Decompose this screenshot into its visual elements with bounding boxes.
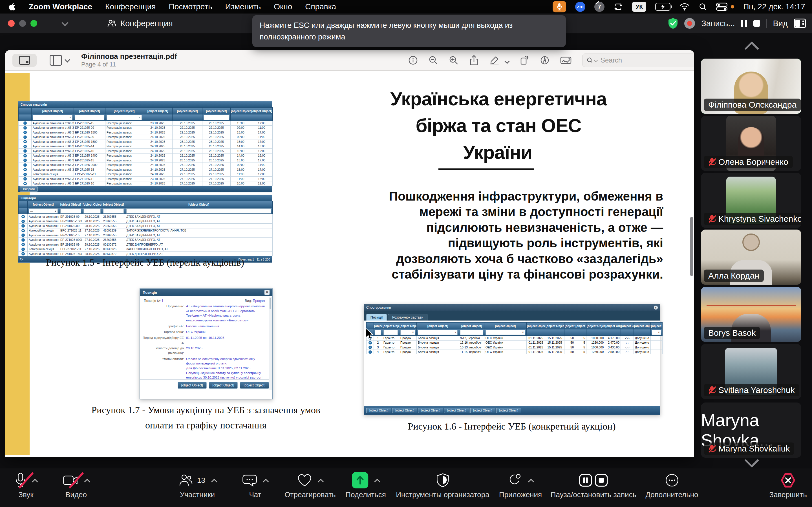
auction-row[interactable]: + Аукціони на виконання ст.66 ЗУ «ПрEP-2… (18, 158, 273, 163)
expand-row-icon[interactable]: + (368, 346, 372, 349)
dialog-scrollbar[interactable] (269, 297, 272, 390)
control-center-icon[interactable] (716, 3, 727, 11)
kind-filter-select[interactable]: —∨ (400, 330, 415, 335)
auction-row[interactable]: + Аукціони на виконання ст.66 ЗУ «ПрEP-2… (18, 149, 273, 154)
expand-row-icon[interactable]: + (23, 182, 27, 185)
participant-tile[interactable]: Алла Кордан (701, 230, 801, 285)
auction-row[interactable]: + Аукціони на виконання ст.66 ЗУ «ПрEP-2… (18, 163, 273, 167)
apple-logo-icon[interactable] (8, 3, 16, 11)
watch-footer-button[interactable]: [object Object] (366, 408, 391, 413)
auction-row[interactable]: + Аукціони на виконання ст.66 ЗУ «ПрEP-2… (18, 181, 273, 186)
menubar-app-name[interactable]: Zoom Workplace (29, 2, 92, 11)
chevron-up-icon[interactable] (211, 478, 217, 485)
expand-row-icon[interactable]: + (23, 135, 27, 139)
watch-footer-button[interactable]: [object Object] (496, 408, 521, 413)
expand-row-icon[interactable]: + (21, 229, 25, 232)
expand-row-icon[interactable]: + (23, 163, 27, 167)
share-icon[interactable] (469, 55, 479, 66)
number-filter-input[interactable] (60, 209, 81, 214)
position-row[interactable]: + 3ГарантоПродажБлочна позиція 10-13, не… (366, 345, 663, 350)
pause-stop-recording-button[interactable]: Пауза/остановить запись (551, 468, 637, 507)
expand-row-icon[interactable]: + (23, 131, 27, 134)
fullscreen-window-button[interactable] (31, 20, 37, 27)
chevron-up-icon[interactable] (528, 478, 534, 485)
wifi-icon[interactable] (679, 3, 690, 11)
initiator-row[interactable]: + Аукціони на виконання сEP-271025-15 27… (18, 233, 273, 238)
signature-icon[interactable] (560, 56, 571, 65)
expand-row-icon[interactable]: + (21, 238, 25, 242)
audio-button[interactable]: Звук (15, 468, 37, 507)
tab-meeting[interactable]: Конференция (107, 19, 173, 28)
view-layout-icon[interactable] (794, 18, 806, 28)
expand-row-icon[interactable]: + (23, 168, 27, 171)
rotate-icon[interactable] (520, 55, 529, 65)
watch-footer-button[interactable]: [object Object] (418, 408, 443, 413)
expand-row-icon[interactable]: + (368, 350, 372, 354)
chevron-up-icon[interactable] (374, 478, 380, 485)
participant-tile[interactable]: Філіппова Олександра (701, 59, 801, 114)
mic-in-use-indicator[interactable] (553, 1, 566, 12)
chevron-down-icon[interactable] (64, 57, 70, 62)
close-window-button[interactable] (8, 20, 15, 27)
auction-row[interactable]: + Аукціони на виконання ст.66 ЗУ «ПрEP-2… (18, 144, 273, 149)
expand-row-icon[interactable]: + (23, 121, 27, 125)
auction-row[interactable]: + Аукціони на виконання ст.66 ЗУ «ПрEP-2… (18, 130, 273, 135)
state-filter-select[interactable]: —∨ (107, 115, 142, 120)
expand-row-icon[interactable]: + (21, 247, 25, 251)
expand-row-icon[interactable]: + (21, 215, 25, 218)
chevron-down-icon[interactable] (504, 59, 509, 64)
date-filter-input[interactable] (204, 115, 229, 120)
number-filter-input[interactable] (375, 330, 381, 335)
initiator-row[interactable]: + Аукціони на виконання сEP-291025-09 29… (18, 214, 273, 219)
collapse-gallery-icon[interactable] (744, 41, 759, 56)
tab-collateral[interactable]: Розрахунок застави (388, 314, 427, 321)
expand-row-icon[interactable]: + (21, 224, 25, 228)
chevron-up-icon[interactable] (84, 478, 90, 485)
auction-row[interactable]: + Аукціони на виконання ст.66 ЗУ «ПрEP-2… (18, 153, 273, 158)
watch-footer-button[interactable]: [object Object] (392, 408, 417, 413)
participant-tile[interactable]: Borys Basok (701, 287, 801, 342)
pdf-search-field[interactable] (582, 54, 694, 67)
expand-row-icon[interactable]: + (23, 149, 27, 153)
watch-footer-button[interactable]: [object Object] (444, 408, 469, 413)
expand-row-icon[interactable]: + (23, 177, 27, 180)
menubar-menu[interactable]: Окно (274, 2, 292, 11)
expand-row-icon[interactable]: + (23, 159, 27, 162)
tab-positions[interactable]: Позиції (366, 314, 387, 321)
initiator-row[interactable]: + Аукціони на виконання сEP-281025-1500 … (18, 219, 273, 224)
menubar-menu[interactable]: Конференция (105, 2, 156, 11)
info-icon[interactable] (408, 55, 418, 65)
number-filter-input[interactable] (75, 115, 104, 120)
expand-row-icon[interactable]: + (23, 154, 27, 158)
zoom-out-icon[interactable] (428, 55, 438, 65)
schedule-filter-select[interactable]: —∨ (418, 330, 458, 335)
initiator-row[interactable]: + Комерційна секціяEPC-271025-11 27.10.2… (18, 247, 273, 251)
dialog-button[interactable]: [object Object] (177, 382, 207, 389)
initiator-filter-input[interactable] (126, 209, 271, 214)
annotate-icon[interactable] (540, 55, 550, 65)
expand-row-icon[interactable]: + (23, 126, 27, 129)
pause-recording-button[interactable] (741, 20, 747, 27)
hours-filter-input[interactable] (460, 330, 483, 335)
markup-pen-icon[interactable] (490, 55, 500, 65)
initiator-row[interactable]: + Аукціони на виконання сEP-291025-09 29… (18, 242, 273, 247)
stop-recording-button[interactable] (753, 20, 760, 27)
expand-row-icon[interactable]: + (23, 173, 27, 176)
auction-row[interactable]: + Аукціони на виконання ст.66 ЗУ «ПрEP-2… (18, 177, 273, 181)
search-input[interactable] (600, 56, 686, 64)
apps-button[interactable]: Приложения (499, 468, 542, 507)
keyboard-layout-indicator[interactable]: УК (632, 2, 646, 12)
select-button[interactable]: Вибрати (20, 186, 38, 191)
presentation-mode-button[interactable] (12, 54, 37, 67)
participant-tile[interactable]: Khrystyna Sivachenko (701, 173, 801, 228)
security-shield-icon[interactable] (668, 18, 678, 29)
chevron-up-icon[interactable] (32, 478, 38, 485)
battery-icon[interactable] (655, 3, 670, 11)
position-row[interactable]: + 1ГарантоПродажБлочна позиція 9-12, нер… (366, 336, 663, 341)
auction-row[interactable]: + Аукціони на виконання ст.66 ЗУ «ПрEP-2… (18, 125, 273, 130)
menubar-menu[interactable]: Посмотреть (169, 2, 212, 11)
dialog-button[interactable]: [object Object] (240, 382, 269, 389)
expand-row-icon[interactable]: + (21, 220, 25, 223)
chevron-up-icon[interactable] (318, 478, 324, 485)
content-scrollbar[interactable] (690, 217, 693, 276)
